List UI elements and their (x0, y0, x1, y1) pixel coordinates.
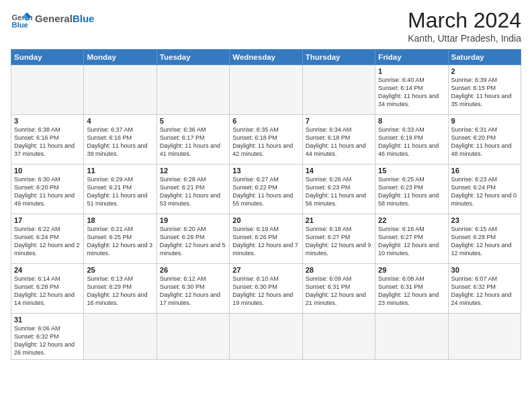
day-cell: 11Sunrise: 6:29 AM Sunset: 6:21 PM Dayli… (84, 165, 157, 214)
day-info: Sunrise: 6:29 AM Sunset: 6:21 PM Dayligh… (87, 175, 153, 208)
day-cell: 3Sunrise: 6:38 AM Sunset: 6:16 PM Daylig… (11, 115, 84, 165)
day-number: 25 (87, 266, 153, 274)
day-cell: 31Sunrise: 6:06 AM Sunset: 6:32 PM Dayli… (11, 314, 84, 360)
day-number: 28 (306, 266, 372, 274)
day-cell: 29Sunrise: 6:08 AM Sunset: 6:31 PM Dayli… (375, 264, 448, 314)
day-number: 8 (378, 117, 445, 125)
day-info: Sunrise: 6:39 AM Sunset: 6:15 PM Dayligh… (451, 76, 518, 109)
day-cell (302, 65, 375, 115)
day-cell: 22Sunrise: 6:16 AM Sunset: 6:27 PM Dayli… (375, 214, 448, 264)
day-info: Sunrise: 6:08 AM Sunset: 6:31 PM Dayligh… (378, 275, 445, 308)
day-cell: 4Sunrise: 6:37 AM Sunset: 6:16 PM Daylig… (84, 115, 157, 165)
day-info: Sunrise: 6:34 AM Sunset: 6:18 PM Dayligh… (306, 126, 372, 158)
header-cell-monday: Monday (84, 50, 157, 65)
day-number: 30 (451, 266, 518, 274)
day-info: Sunrise: 6:18 AM Sunset: 6:27 PM Dayligh… (306, 225, 372, 258)
day-cell (157, 65, 229, 115)
header-cell-wednesday: Wednesday (230, 50, 302, 65)
day-cell: 19Sunrise: 6:20 AM Sunset: 6:26 PM Dayli… (157, 214, 229, 264)
day-cell: 1Sunrise: 6:40 AM Sunset: 6:14 PM Daylig… (375, 65, 448, 115)
logo: General Blue GeneralBlue (11, 8, 94, 30)
header: General Blue GeneralBlue March 2024 Kant… (11, 8, 521, 44)
day-cell: 5Sunrise: 6:36 AM Sunset: 6:17 PM Daylig… (157, 115, 229, 165)
calendar-subtitle: Kanth, Uttar Pradesh, India (408, 33, 521, 44)
header-cell-tuesday: Tuesday (157, 50, 229, 65)
day-cell (157, 314, 229, 360)
day-cell: 20Sunrise: 6:19 AM Sunset: 6:26 PM Dayli… (230, 214, 302, 264)
day-cell: 27Sunrise: 6:10 AM Sunset: 6:30 PM Dayli… (230, 264, 302, 314)
day-number: 21 (306, 216, 372, 224)
day-cell: 16Sunrise: 6:23 AM Sunset: 6:24 PM Dayli… (448, 165, 521, 214)
day-cell (84, 65, 157, 115)
day-cell: 21Sunrise: 6:18 AM Sunset: 6:27 PM Dayli… (302, 214, 375, 264)
day-number: 26 (160, 266, 226, 274)
day-cell: 12Sunrise: 6:28 AM Sunset: 6:21 PM Dayli… (157, 165, 229, 214)
day-info: Sunrise: 6:25 AM Sunset: 6:23 PM Dayligh… (378, 175, 445, 208)
day-info: Sunrise: 6:20 AM Sunset: 6:26 PM Dayligh… (160, 225, 226, 258)
calendar-title: March 2024 (408, 8, 521, 33)
day-cell: 7Sunrise: 6:34 AM Sunset: 6:18 PM Daylig… (302, 115, 375, 165)
day-cell: 24Sunrise: 6:14 AM Sunset: 6:28 PM Dayli… (11, 264, 84, 314)
day-number: 16 (451, 167, 518, 175)
day-info: Sunrise: 6:07 AM Sunset: 6:32 PM Dayligh… (451, 275, 518, 308)
day-number: 22 (378, 216, 445, 224)
day-info: Sunrise: 6:12 AM Sunset: 6:30 PM Dayligh… (160, 275, 226, 308)
svg-text:Blue: Blue (12, 21, 28, 29)
day-number: 1 (378, 67, 445, 75)
day-info: Sunrise: 6:35 AM Sunset: 6:18 PM Dayligh… (232, 126, 299, 158)
week-row-1: 1Sunrise: 6:40 AM Sunset: 6:14 PM Daylig… (11, 65, 521, 115)
day-cell: 28Sunrise: 6:09 AM Sunset: 6:31 PM Dayli… (302, 264, 375, 314)
day-cell: 8Sunrise: 6:33 AM Sunset: 6:19 PM Daylig… (375, 115, 448, 165)
day-number: 9 (451, 117, 518, 125)
day-info: Sunrise: 6:27 AM Sunset: 6:22 PM Dayligh… (232, 175, 299, 208)
day-number: 20 (232, 216, 299, 224)
day-number: 4 (87, 117, 153, 125)
day-number: 31 (14, 316, 81, 324)
day-info: Sunrise: 6:19 AM Sunset: 6:26 PM Dayligh… (232, 225, 299, 258)
day-cell (448, 314, 521, 360)
header-row: SundayMondayTuesdayWednesdayThursdayFrid… (11, 50, 521, 65)
week-row-3: 10Sunrise: 6:30 AM Sunset: 6:20 PM Dayli… (11, 165, 521, 214)
day-cell: 18Sunrise: 6:21 AM Sunset: 6:25 PM Dayli… (84, 214, 157, 264)
week-row-4: 17Sunrise: 6:22 AM Sunset: 6:24 PM Dayli… (11, 214, 521, 264)
day-info: Sunrise: 6:38 AM Sunset: 6:16 PM Dayligh… (14, 126, 81, 158)
day-number: 7 (306, 117, 372, 125)
day-info: Sunrise: 6:15 AM Sunset: 6:28 PM Dayligh… (451, 225, 518, 258)
day-number: 27 (232, 266, 299, 274)
day-number: 3 (14, 117, 81, 125)
day-cell: 2Sunrise: 6:39 AM Sunset: 6:15 PM Daylig… (448, 65, 521, 115)
day-cell: 17Sunrise: 6:22 AM Sunset: 6:24 PM Dayli… (11, 214, 84, 264)
day-cell (11, 65, 84, 115)
day-number: 11 (87, 167, 153, 175)
day-number: 19 (160, 216, 226, 224)
day-info: Sunrise: 6:23 AM Sunset: 6:24 PM Dayligh… (451, 175, 518, 208)
day-info: Sunrise: 6:06 AM Sunset: 6:32 PM Dayligh… (14, 324, 81, 357)
day-info: Sunrise: 6:10 AM Sunset: 6:30 PM Dayligh… (232, 275, 299, 308)
day-info: Sunrise: 6:21 AM Sunset: 6:25 PM Dayligh… (87, 225, 153, 258)
day-cell: 26Sunrise: 6:12 AM Sunset: 6:30 PM Dayli… (157, 264, 229, 314)
day-cell: 15Sunrise: 6:25 AM Sunset: 6:23 PM Dayli… (375, 165, 448, 214)
day-cell (375, 314, 448, 360)
title-block: March 2024 Kanth, Uttar Pradesh, India (408, 8, 521, 44)
day-info: Sunrise: 6:14 AM Sunset: 6:28 PM Dayligh… (14, 275, 81, 308)
day-cell (230, 65, 302, 115)
day-info: Sunrise: 6:16 AM Sunset: 6:27 PM Dayligh… (378, 225, 445, 258)
day-number: 2 (451, 67, 518, 75)
day-info: Sunrise: 6:13 AM Sunset: 6:29 PM Dayligh… (87, 275, 153, 308)
day-info: Sunrise: 6:31 AM Sunset: 6:20 PM Dayligh… (451, 126, 518, 158)
day-number: 10 (14, 167, 81, 175)
day-cell: 6Sunrise: 6:35 AM Sunset: 6:18 PM Daylig… (230, 115, 302, 165)
day-number: 6 (232, 117, 299, 125)
day-number: 18 (87, 216, 153, 224)
day-info: Sunrise: 6:33 AM Sunset: 6:19 PM Dayligh… (378, 126, 445, 158)
week-row-2: 3Sunrise: 6:38 AM Sunset: 6:16 PM Daylig… (11, 115, 521, 165)
day-info: Sunrise: 6:40 AM Sunset: 6:14 PM Dayligh… (378, 76, 445, 109)
logo-icon: General Blue (11, 8, 32, 30)
header-cell-thursday: Thursday (302, 50, 375, 65)
day-number: 23 (451, 216, 518, 224)
day-number: 12 (160, 167, 226, 175)
day-number: 14 (306, 167, 372, 175)
week-row-6: 31Sunrise: 6:06 AM Sunset: 6:32 PM Dayli… (11, 314, 521, 360)
day-info: Sunrise: 6:37 AM Sunset: 6:16 PM Dayligh… (87, 126, 153, 158)
header-cell-sunday: Sunday (11, 50, 84, 65)
